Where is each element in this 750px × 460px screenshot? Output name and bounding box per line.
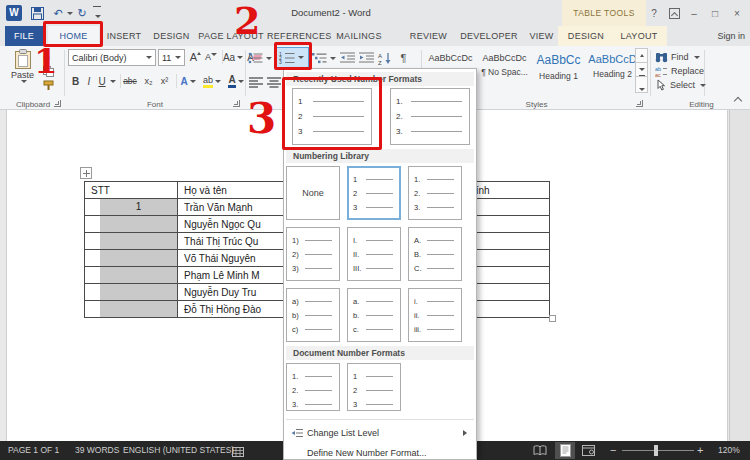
language-indicator[interactable]: ENGLISH (UNITED STATES) <box>123 441 234 460</box>
bullets-button[interactable] <box>248 48 272 68</box>
multilevel-list-button[interactable] <box>312 48 336 68</box>
numbering-format-option[interactable]: i.ii.iii. <box>408 288 462 342</box>
tab-table-layout[interactable]: LAYOUT <box>613 26 665 46</box>
numbering-format-option[interactable]: 123 <box>347 363 401 411</box>
numbering-option-none[interactable]: None <box>286 166 340 220</box>
table-cell-gender[interactable] <box>472 284 550 301</box>
zoom-out-button[interactable]: − <box>610 441 616 460</box>
table-resize-handle[interactable] <box>549 315 556 322</box>
styles-gallery-more[interactable] <box>635 76 648 93</box>
font-name-combo[interactable]: Calibri (Body) <box>68 49 156 66</box>
italic-button[interactable]: I <box>83 72 95 90</box>
font-size-value: 11 <box>162 53 171 63</box>
bold-button[interactable]: B <box>69 72 82 90</box>
table-cell-gender[interactable] <box>472 199 550 216</box>
numbering-format-option[interactable]: 123 <box>347 166 401 220</box>
table-move-handle-icon[interactable] <box>80 167 92 179</box>
clipboard-dialog-launcher[interactable] <box>54 100 61 107</box>
define-new-number-format-item[interactable]: Define New Number Format... <box>286 445 474 460</box>
macro-record-button[interactable] <box>232 445 244 460</box>
text-highlight-button[interactable]: ab <box>200 72 224 90</box>
show-hide-marks-button[interactable]: ¶ <box>396 48 411 68</box>
subscript-button[interactable]: x₂ <box>141 72 156 90</box>
superscript-button[interactable]: x² <box>157 72 172 90</box>
table-cell-stt[interactable]: 1 <box>85 199 178 216</box>
close-button[interactable]: × <box>729 5 745 21</box>
styles-dialog-launcher[interactable] <box>636 100 643 107</box>
zoom-slider-thumb[interactable] <box>654 445 658 456</box>
style-heading-1[interactable]: AaBbCc Heading 1 <box>533 48 584 94</box>
sign-in-link[interactable]: Sign in <box>717 26 745 46</box>
table-cell-stt[interactable] <box>85 233 178 250</box>
undo-button[interactable]: ↶ <box>51 5 65 21</box>
table-cell-gender[interactable] <box>472 216 550 233</box>
sort-button[interactable]: AZ <box>376 48 393 68</box>
tab-view[interactable]: VIEW <box>523 26 560 46</box>
web-layout-button[interactable] <box>579 442 597 459</box>
table-cell-gender[interactable] <box>472 233 550 250</box>
table-cell-stt[interactable] <box>85 250 178 267</box>
font-size-combo[interactable]: 11 <box>158 49 185 66</box>
collapse-ribbon-button[interactable] <box>734 96 742 104</box>
save-button[interactable] <box>29 5 45 21</box>
align-center-button[interactable] <box>266 72 282 92</box>
underline-dropdown[interactable] <box>108 72 116 90</box>
numbering-format-option[interactable]: a.b.c. <box>347 288 401 342</box>
read-mode-button[interactable] <box>531 442 549 459</box>
table-cell-stt[interactable] <box>85 216 178 233</box>
shrink-font-button[interactable]: A <box>204 48 218 66</box>
zoom-in-button[interactable]: + <box>697 441 703 460</box>
numbering-format-option[interactable]: 1)2)3) <box>286 227 340 281</box>
decrease-indent-button[interactable] <box>339 48 356 68</box>
table-cell-gender[interactable] <box>472 267 550 284</box>
replace-button[interactable]: abac Replace <box>655 64 704 78</box>
undo-dropdown[interactable] <box>65 5 73 21</box>
tab-developer[interactable]: DEVELOPER <box>459 26 519 46</box>
table-cell-gender[interactable] <box>472 301 550 318</box>
strikethrough-button[interactable]: abc <box>120 72 140 90</box>
change-case-button[interactable]: Aa <box>222 48 244 66</box>
tab-review[interactable]: REVIEW <box>404 26 453 46</box>
word-count[interactable]: 39 WORDS <box>75 441 119 460</box>
change-list-level-item[interactable]: Change List Level <box>286 425 474 442</box>
grow-font-button[interactable]: A <box>188 48 203 66</box>
page-indicator[interactable]: PAGE 1 OF 1 <box>8 441 59 460</box>
numbering-format-option[interactable]: A.B.C. <box>408 227 462 281</box>
table-cell-stt[interactable] <box>85 267 178 284</box>
find-button[interactable]: Find <box>655 50 700 64</box>
table-cell-gender[interactable] <box>472 250 550 267</box>
underline-button[interactable]: U <box>96 72 108 90</box>
numbering-format-option[interactable]: a)b)c) <box>286 288 340 342</box>
table-cell-stt[interactable] <box>85 301 178 318</box>
style-heading-2[interactable]: AaBbCcD Heading 2 <box>587 48 638 94</box>
font-dialog-launcher[interactable] <box>233 100 240 107</box>
ribbon-display-options-button[interactable] <box>666 5 682 21</box>
redo-button[interactable]: ↻ <box>75 5 89 21</box>
numbering-format-option[interactable]: 1.2.3. <box>286 363 340 411</box>
table-header-gender[interactable]: tính <box>472 182 550 199</box>
numbering-format-option[interactable]: 1.2.3. <box>408 166 462 220</box>
quick-access-toolbar-menu[interactable] <box>91 5 103 21</box>
tab-insert[interactable]: INSERT <box>102 26 146 46</box>
minimize-button[interactable]: – <box>686 5 702 21</box>
help-button[interactable]: ? <box>646 5 662 21</box>
font-color-button[interactable]: A <box>225 72 247 90</box>
tab-mailings[interactable]: MAILINGS <box>327 26 391 46</box>
vertical-scrollbar[interactable] <box>729 110 750 441</box>
table-cell-stt[interactable] <box>85 284 178 301</box>
zoom-level[interactable]: 120% <box>718 441 740 460</box>
increase-indent-button[interactable] <box>357 48 375 68</box>
numbering-format-option[interactable]: I.II.III. <box>347 227 401 281</box>
align-left-button[interactable] <box>248 72 264 92</box>
table-header-stt[interactable]: STT <box>85 182 178 199</box>
text-effects-button[interactable]: A <box>177 72 199 90</box>
tab-table-design[interactable]: DESIGN <box>560 26 612 46</box>
zoom-slider-track[interactable] <box>622 450 694 451</box>
styles-scroll-up[interactable] <box>635 48 648 63</box>
numbering-format-option[interactable]: 1.2.3. <box>390 88 470 145</box>
restore-button[interactable]: □ <box>707 5 723 21</box>
style-no-spacing[interactable]: AaBbCcDc ¶ No Spac... <box>479 48 530 94</box>
tab-design[interactable]: DESIGN <box>149 26 194 46</box>
select-button[interactable]: Select <box>655 78 706 92</box>
print-layout-button[interactable] <box>555 442 575 459</box>
